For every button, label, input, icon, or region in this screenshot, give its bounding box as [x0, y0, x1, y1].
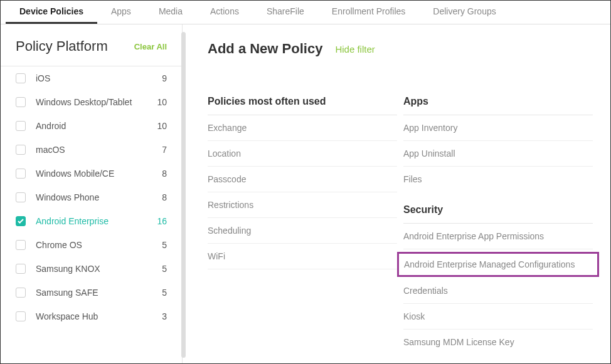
platform-windows-mobile[interactable]: Windows Mobile/CE 8 [1, 162, 182, 185]
checkbox-icon[interactable] [16, 192, 26, 202]
tab-actions[interactable]: Actions [196, 1, 253, 24]
tab-media[interactable]: Media [145, 1, 196, 24]
platform-windows-phone[interactable]: Windows Phone 8 [1, 185, 182, 209]
platform-count: 3 [152, 311, 167, 321]
platform-chrome-os[interactable]: Chrome OS 5 [1, 233, 182, 257]
checkbox-icon[interactable] [16, 121, 26, 131]
page-title: Add a New Policy [208, 41, 322, 57]
tab-sharefile[interactable]: ShareFile [253, 1, 318, 24]
main-panel: Add a New Policy Hide filter Policies mo… [183, 24, 610, 363]
platform-label: Windows Phone [36, 192, 152, 202]
policy-ae-managed-config[interactable]: Android Enterprise Managed Configuration… [404, 259, 592, 269]
platform-count: 7 [152, 145, 167, 155]
most-used-heading: Policies most often used [208, 96, 397, 115]
platform-count: 8 [152, 169, 167, 179]
policy-app-uninstall[interactable]: App Uninstall [403, 141, 593, 167]
checkbox-icon[interactable] [16, 97, 26, 107]
sidebar: Policy Platform Clear All iOS 9 Windows … [1, 24, 183, 363]
highlight-box: Android Enterprise Managed Configuration… [397, 252, 599, 277]
policy-wifi[interactable]: WiFi [208, 244, 397, 269]
checkbox-icon[interactable] [16, 145, 26, 155]
col-most-used: Policies most often used Exchange Locati… [208, 96, 397, 355]
security-heading: Security [403, 204, 593, 224]
platform-label: Windows Desktop/Tablet [36, 97, 152, 107]
tab-apps[interactable]: Apps [97, 1, 145, 24]
policy-location[interactable]: Location [208, 141, 397, 167]
platform-label: Workspace Hub [36, 311, 152, 321]
sidebar-title: Policy Platform [16, 38, 108, 55]
apps-heading: Apps [403, 96, 593, 115]
platform-workspace-hub[interactable]: Workspace Hub 3 [1, 304, 182, 328]
policy-files[interactable]: Files [403, 167, 593, 192]
platform-samsung-knox[interactable]: Samsung KNOX 5 [1, 257, 182, 281]
checkbox-icon[interactable] [16, 73, 26, 83]
policy-samsung-mdm[interactable]: Samsung MDM License Key [403, 330, 593, 355]
clear-all-link[interactable]: Clear All [134, 42, 167, 51]
platform-count: 16 [152, 216, 167, 226]
platform-label: iOS [36, 73, 152, 83]
platform-label: Windows Mobile/CE [36, 169, 152, 179]
tab-delivery-groups[interactable]: Delivery Groups [419, 1, 509, 24]
platform-count: 5 [152, 288, 167, 298]
platform-count: 9 [152, 73, 167, 83]
policy-app-inventory[interactable]: App Inventory [403, 115, 593, 141]
policy-ae-app-permissions[interactable]: Android Enterprise App Permissions [403, 224, 593, 249]
platform-label: macOS [36, 145, 152, 155]
platform-count: 10 [152, 121, 167, 131]
platform-windows-desktop[interactable]: Windows Desktop/Tablet 10 [1, 90, 182, 114]
policy-passcode[interactable]: Passcode [208, 167, 397, 192]
tab-enrollment-profiles[interactable]: Enrollment Profiles [318, 1, 420, 24]
top-tabs: Device Policies Apps Media Actions Share… [1, 1, 610, 24]
platform-ios[interactable]: iOS 9 [1, 66, 182, 90]
tab-device-policies[interactable]: Device Policies [6, 1, 97, 24]
platform-label: Samsung SAFE [36, 288, 152, 298]
sidebar-header: Policy Platform Clear All [1, 24, 182, 66]
platform-list: iOS 9 Windows Desktop/Tablet 10 Android … [1, 66, 182, 363]
checkbox-icon[interactable] [16, 264, 26, 274]
platform-label: Android [36, 121, 152, 131]
platform-label: Chrome OS [36, 240, 152, 250]
checkbox-icon[interactable] [16, 240, 26, 250]
hide-filter-link[interactable]: Hide filter [335, 44, 375, 55]
checkbox-icon[interactable] [16, 288, 26, 298]
content-area: Policy Platform Clear All iOS 9 Windows … [1, 24, 610, 363]
policy-credentials[interactable]: Credentials [403, 278, 593, 304]
checkbox-icon[interactable] [16, 311, 26, 321]
platform-samsung-safe[interactable]: Samsung SAFE 5 [1, 281, 182, 304]
platform-count: 5 [152, 240, 167, 250]
platform-count: 8 [152, 192, 167, 202]
main-header: Add a New Policy Hide filter [208, 41, 593, 57]
checkbox-icon[interactable] [16, 216, 26, 226]
checkbox-icon[interactable] [16, 169, 26, 179]
col-right: Apps App Inventory App Uninstall Files S… [403, 96, 593, 355]
policy-scheduling[interactable]: Scheduling [208, 218, 397, 244]
platform-macos[interactable]: macOS 7 [1, 138, 182, 162]
platform-count: 10 [152, 97, 167, 107]
platform-label: Samsung KNOX [36, 264, 152, 274]
platform-count: 5 [152, 264, 167, 274]
policy-kiosk[interactable]: Kiosk [403, 304, 593, 330]
policy-restrictions[interactable]: Restrictions [208, 192, 397, 218]
platform-label: Android Enterprise [36, 216, 152, 226]
platform-android[interactable]: Android 10 [1, 114, 182, 138]
platform-android-enterprise[interactable]: Android Enterprise 16 [1, 209, 182, 233]
policy-exchange[interactable]: Exchange [208, 115, 397, 141]
policy-columns: Policies most often used Exchange Locati… [208, 96, 593, 355]
